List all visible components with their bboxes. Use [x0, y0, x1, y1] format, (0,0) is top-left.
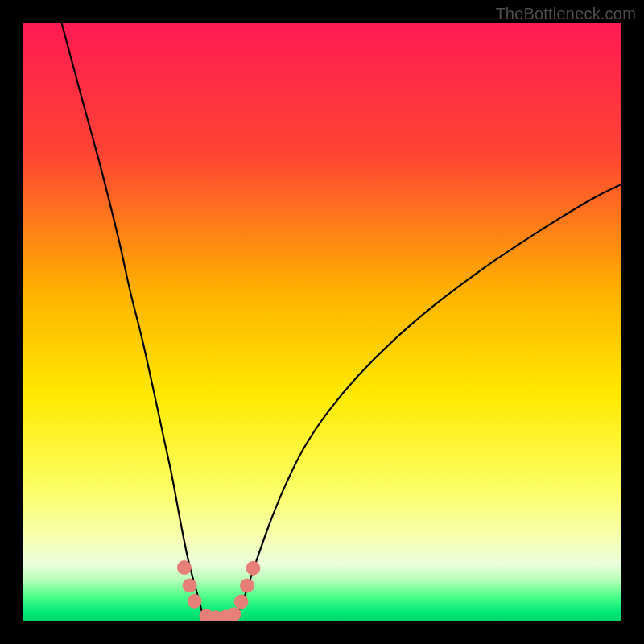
outer-frame: TheBottleneck.com — [0, 0, 644, 644]
plot-area — [23, 23, 621, 621]
gradient-background — [23, 23, 621, 621]
marker-dot — [188, 594, 202, 609]
watermark-text: TheBottleneck.com — [495, 5, 636, 23]
marker-dot — [246, 561, 261, 576]
marker-dot — [177, 560, 192, 575]
marker-dot — [240, 578, 254, 592]
marker-dot — [234, 595, 249, 609]
marker-dot — [183, 578, 197, 592]
marker-dot — [227, 607, 242, 621]
chart-svg — [23, 23, 621, 621]
